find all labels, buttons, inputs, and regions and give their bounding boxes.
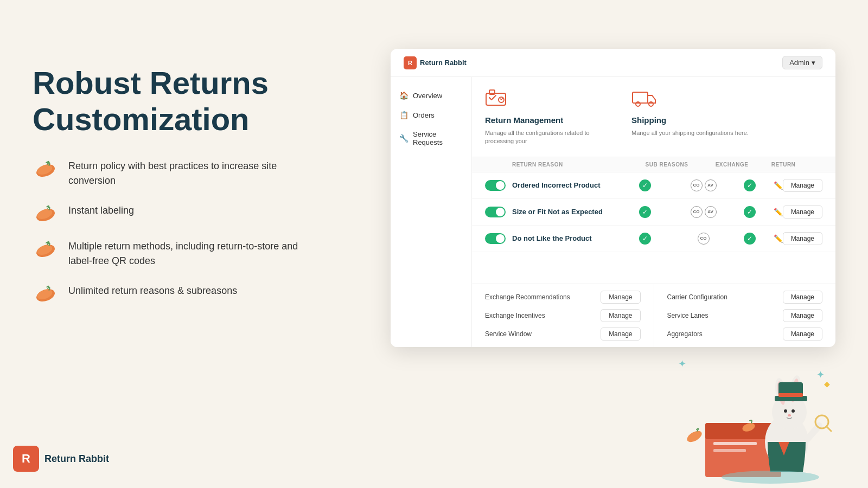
manage-exchange-inc-btn[interactable]: Manage <box>601 309 640 322</box>
logo-badge: R <box>13 446 39 472</box>
rabbit-illustration <box>673 347 835 488</box>
row-sub-3: ✓ <box>614 233 677 245</box>
bottom-logo: R Return Rabbit <box>13 446 109 472</box>
return-management-icon <box>485 88 610 111</box>
sidebar-item-service-requests[interactable]: 🔧 Service Requests <box>391 125 471 152</box>
th-exchange: EXCHANGE <box>702 162 762 168</box>
service-icon: 🔧 <box>399 134 409 143</box>
feature-text-3: Multiple return methods, including retur… <box>68 239 315 268</box>
feature-item: Instant labeling <box>33 203 315 224</box>
illustration: ✦ ✦ ◆ <box>673 347 835 488</box>
sub-check-1: ✓ <box>639 179 651 191</box>
toggle-2[interactable] <box>485 207 506 217</box>
manage-service-window-btn[interactable]: Manage <box>601 328 640 341</box>
sparkle-icon-2: ✦ <box>816 369 825 381</box>
window-body: 🏠 Overview 📋 Orders 🔧 Service Requests <box>391 77 835 347</box>
row-return-1: ✓ <box>730 179 769 191</box>
table-row: Do not Like the Product ✓ CO ✓ ✏️ Manage <box>472 226 835 252</box>
manage-row: Exchange Recommendations Manage <box>485 291 641 304</box>
logo-brand-name: Return Rabbit <box>44 454 109 464</box>
svg-rect-16 <box>713 442 757 445</box>
edit-icon-2[interactable]: ✏️ <box>774 208 783 216</box>
carrot-icon-4 <box>33 285 59 304</box>
home-icon: 🏠 <box>399 91 409 100</box>
return-check-2: ✓ <box>744 206 756 218</box>
carrot-icon-3 <box>33 240 59 260</box>
manage-label: Service Lanes <box>667 312 709 319</box>
manage-button-3[interactable]: Manage <box>783 232 822 245</box>
manage-label: Aggregators <box>667 330 703 338</box>
admin-button[interactable]: Admin ▾ <box>782 56 822 69</box>
th-return-reason: RETURN REASON <box>512 162 631 168</box>
left-section: Robust Returns Customization Return poli… <box>33 65 315 304</box>
svg-line-31 <box>807 426 819 439</box>
svg-point-30 <box>788 414 791 416</box>
feature-text-2: Instant labeling <box>68 203 134 218</box>
shipping-icon <box>631 88 749 111</box>
manage-row: Carrier Configuration Manage <box>667 291 823 304</box>
bottom-manage-sections: Exchange Recommendations Manage Exchange… <box>472 284 835 347</box>
manage-section-right: Carrier Configuration Manage Service Lan… <box>654 284 836 347</box>
feature-item: Multiple return methods, including retur… <box>33 239 315 268</box>
window-logo-text: Return Rabbit <box>420 59 467 67</box>
manage-carrier-btn[interactable]: Manage <box>783 291 822 304</box>
logo-text-block: Return Rabbit <box>44 454 109 464</box>
table-header: RETURN REASON SUB REASONS EXCHANGE RETUR… <box>472 157 835 172</box>
edit-icon-3[interactable]: ✏️ <box>774 234 783 243</box>
sub-check-2: ✓ <box>639 206 651 218</box>
svg-rect-27 <box>778 393 803 397</box>
row-sub-2: ✓ <box>614 206 677 218</box>
feature-list: Return policy with best practices to inc… <box>33 159 315 304</box>
manage-aggregators-btn[interactable]: Manage <box>783 328 822 341</box>
row-reason-2: Size or Fit Not as Expected <box>512 208 614 216</box>
table-rows: Ordered Incorrect Product ✓ CO AV ✓ ✏️ <box>472 172 835 284</box>
row-reason-1: Ordered Incorrect Product <box>512 181 614 189</box>
orders-icon: 📋 <box>399 111 409 119</box>
row-exchange-2: CO AV <box>676 206 730 218</box>
row-manage-1: Manage <box>783 179 822 192</box>
table-row: Size or Fit Not as Expected ✓ CO AV ✓ ✏️ <box>472 199 835 226</box>
manage-button-2[interactable]: Manage <box>783 206 822 219</box>
row-return-2: ✓ <box>730 206 769 218</box>
exchange-badge-co-3: CO <box>698 233 710 245</box>
card-return-management: Return Management Manage all the configu… <box>485 88 610 146</box>
manage-service-lanes-btn[interactable]: Manage <box>783 309 822 322</box>
sub-check-3: ✓ <box>639 233 651 245</box>
row-reason-3: Do not Like the Product <box>512 234 614 242</box>
manage-row: Service Window Manage <box>485 328 641 341</box>
app-window: R Return Rabbit Admin ▾ 🏠 Overview 📋 Ord… <box>391 49 835 347</box>
svg-point-34 <box>722 471 819 484</box>
feature-text-4: Unlimited return reasons & subreasons <box>68 284 237 298</box>
svg-point-18 <box>685 429 704 445</box>
sidebar-item-overview[interactable]: 🏠 Overview <box>391 86 471 105</box>
edit-icon-1[interactable]: ✏️ <box>774 181 783 190</box>
exchange-badge-co: CO <box>691 179 703 191</box>
svg-point-29 <box>792 409 795 413</box>
feature-text-1: Return policy with best practices to inc… <box>68 159 315 188</box>
toggle-1[interactable] <box>485 180 506 191</box>
svg-point-28 <box>784 409 787 413</box>
svg-rect-17 <box>713 449 746 452</box>
manage-exchange-rec-btn[interactable]: Manage <box>601 291 640 304</box>
row-manage-2: Manage <box>783 206 822 219</box>
manage-label: Exchange Incentives <box>485 312 545 319</box>
th-return: RETURN <box>762 162 805 168</box>
card-title-shipping: Shipping <box>631 115 749 125</box>
window-main: Return Management Manage all the configu… <box>472 77 835 347</box>
manage-row: Service Lanes Manage <box>667 309 823 322</box>
manage-row: Exchange Incentives Manage <box>485 309 641 322</box>
sidebar-item-orders[interactable]: 📋 Orders <box>391 105 471 125</box>
toggle-3[interactable] <box>485 233 506 244</box>
return-check-3: ✓ <box>744 233 756 245</box>
feature-item: Unlimited return reasons & subreasons <box>33 284 315 304</box>
table-row: Ordered Incorrect Product ✓ CO AV ✓ ✏️ <box>472 172 835 199</box>
row-return-3: ✓ <box>730 233 769 245</box>
main-heading: Robust Returns Customization <box>33 65 315 137</box>
window-topbar: R Return Rabbit Admin ▾ <box>391 49 835 77</box>
manage-button-1[interactable]: Manage <box>783 179 822 192</box>
manage-label: Service Window <box>485 330 532 338</box>
return-check-1: ✓ <box>744 179 756 191</box>
cards-row: Return Management Manage all the configu… <box>472 77 835 157</box>
exchange-badge-av-2: AV <box>705 206 717 218</box>
card-desc-return: Manage all the configurations related to… <box>485 129 610 146</box>
